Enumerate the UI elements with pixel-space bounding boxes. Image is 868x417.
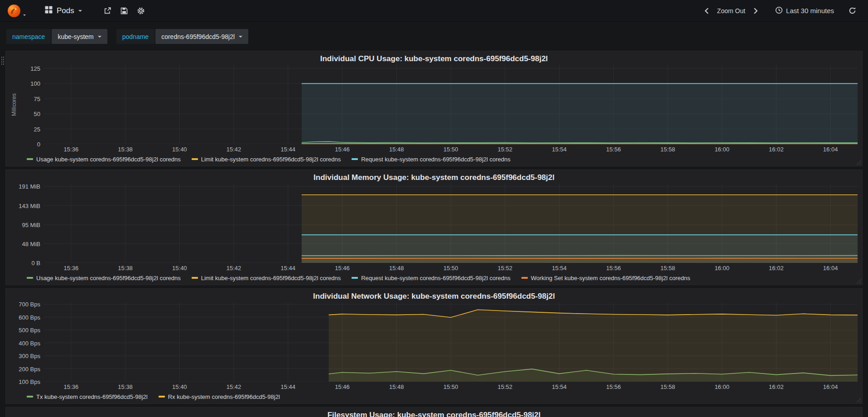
x-tick-label: 15:54 (552, 383, 567, 390)
legend: Usage kube-system coredns-695f96dcd5-98j… (10, 153, 858, 165)
variable-value-namespace[interactable]: kube-system (52, 29, 107, 44)
y-tick-label: 125 (30, 65, 40, 72)
x-tick-label: 15:58 (661, 265, 675, 272)
y-axis-ticks: 100 Bps200 Bps300 Bps400 Bps500 Bps600 B… (18, 302, 44, 382)
plot-area: 15:3615:3815:4015:4215:4415:4615:4815:50… (44, 302, 858, 391)
x-tick-label: 15:38 (118, 383, 133, 390)
panel-individual-cpu-usage: Individual CPU Usage: kube-system coredn… (5, 51, 863, 166)
time-range-label: Last 30 minutes (786, 7, 834, 15)
y-tick-label: 25 (34, 126, 40, 132)
variable-label-podname: podname (116, 29, 154, 44)
x-tick-label: 15:36 (64, 146, 79, 153)
legend-series-color-icon (352, 277, 358, 279)
legend-series-name: Request kube-system coredns-695f96dcd5-9… (361, 156, 511, 163)
y-tick-label: 200 Bps (19, 365, 40, 372)
x-axis-ticks: 15:3615:3815:4015:4215:4415:4615:4815:50… (44, 382, 858, 391)
chart-canvas[interactable] (44, 65, 858, 144)
legend-item[interactable]: Tx kube-system coredns-695f96dcd5-98j2l (27, 393, 148, 400)
x-tick-label: 15:58 (661, 146, 675, 153)
dashboard-picker-button[interactable]: Pods (41, 3, 86, 19)
x-tick-label: 15:56 (606, 383, 621, 390)
variable-selected-namespace: kube-system (58, 33, 93, 40)
row-drag-handle[interactable] (1, 56, 5, 65)
y-tick-label: 95 MiB (22, 222, 40, 228)
panel-title[interactable]: Individual CPU Usage: kube-system coredn… (10, 53, 858, 65)
panel-title[interactable]: Filesystem Usage: kube-system coredns-69… (10, 409, 858, 417)
share-icon (104, 7, 111, 15)
y-tick-label: 191 MiB (19, 183, 40, 190)
grafana-logo-button[interactable] (7, 4, 26, 18)
x-tick-label: 15:44 (281, 383, 296, 390)
legend-series-name: Request kube-system coredns-695f96dcd5-9… (361, 275, 511, 281)
time-range-button[interactable]: Last 30 minutes (772, 4, 838, 18)
legend: Usage kube-system coredns-695f96dcd5-98j… (10, 272, 858, 284)
y-tick-label: 700 Bps (19, 301, 40, 308)
y-axis-label (10, 184, 18, 263)
x-tick-label: 16:02 (769, 265, 784, 272)
y-tick-label: 75 (34, 95, 40, 102)
pan-right-button[interactable] (749, 5, 762, 17)
panel-title[interactable]: Individual Memory Usage: kube-system cor… (10, 172, 858, 184)
legend-item[interactable]: Limit kube-system coredns-695f96dcd5-98j… (192, 275, 341, 281)
x-tick-label: 15:48 (389, 146, 404, 153)
logo-caret-icon (23, 15, 26, 16)
panel-individual-network-usage: Individual Network Usage: kube-system co… (5, 288, 863, 404)
chart-canvas[interactable] (44, 184, 858, 263)
zoom-out-button[interactable]: Zoom Out (714, 5, 749, 17)
legend-item[interactable]: Request kube-system coredns-695f96dcd5-9… (352, 275, 511, 281)
x-tick-label: 15:46 (335, 265, 350, 272)
refresh-button[interactable] (844, 4, 861, 17)
template-variables-bar: namespace kube-system podname coredns-69… (0, 22, 868, 51)
x-tick-label: 15:54 (552, 146, 567, 153)
clock-icon (775, 6, 783, 15)
x-tick-label: 15:58 (661, 383, 675, 390)
legend-item[interactable]: Working Set kube-system coredns-695f96dc… (521, 275, 690, 281)
chevron-left-icon (704, 8, 709, 14)
legend-item[interactable]: Limit kube-system coredns-695f96dcd5-98j… (192, 156, 341, 163)
chart-area: 100 Bps200 Bps300 Bps400 Bps500 Bps600 B… (10, 302, 858, 391)
x-tick-label: 15:42 (227, 265, 241, 272)
x-tick-label: 15:36 (64, 265, 79, 272)
x-tick-label: 15:40 (172, 383, 187, 390)
template-var-podname: podname coredns-695f96dcd5-98j2l (116, 29, 248, 44)
chevron-right-icon (753, 8, 758, 14)
y-axis-label (10, 302, 18, 382)
panel-title[interactable]: Individual Network Usage: kube-system co… (10, 291, 858, 302)
legend: Tx kube-system coredns-695f96dcd5-98j2lR… (10, 391, 858, 402)
legend-series-color-icon (521, 277, 528, 279)
pan-left-button[interactable] (700, 5, 714, 17)
x-tick-label: 15:56 (606, 265, 621, 272)
x-tick-label: 15:50 (444, 383, 458, 390)
dashboard-grid-icon (45, 6, 53, 16)
share-button[interactable] (99, 4, 116, 17)
legend-series-color-icon (192, 158, 198, 160)
y-axis-ticks: 0 B48 MiB95 MiB143 MiB191 MiB (18, 184, 44, 263)
dashboard-caret-icon (78, 10, 82, 12)
legend-item[interactable]: Rx kube-system coredns-695f96dcd5-98j2l (159, 393, 280, 400)
y-tick-label: 50 (34, 111, 40, 117)
legend-item[interactable]: Request kube-system coredns-695f96dcd5-9… (352, 156, 511, 163)
y-axis-ticks: 0255075100125 (18, 65, 44, 144)
y-tick-label: 48 MiB (22, 240, 40, 247)
variable-value-podname[interactable]: coredns-695f96dcd5-98j2l (155, 29, 248, 44)
legend-series-color-icon (27, 277, 33, 279)
y-tick-label: 100 (30, 80, 40, 87)
legend-item[interactable]: Usage kube-system coredns-695f96dcd5-98j… (27, 275, 181, 281)
settings-button[interactable] (132, 4, 149, 18)
x-tick-label: 15:56 (606, 146, 621, 153)
x-tick-label: 15:48 (389, 265, 404, 272)
legend-series-color-icon (192, 277, 198, 279)
x-tick-label: 15:52 (497, 146, 512, 153)
y-tick-label: 300 Bps (19, 353, 40, 359)
legend-item[interactable]: Usage kube-system coredns-695f96dcd5-98j… (27, 156, 181, 163)
chart-canvas[interactable] (44, 302, 858, 382)
x-tick-label: 15:50 (444, 265, 458, 272)
legend-series-color-icon (27, 158, 33, 160)
x-tick-label: 15:50 (444, 146, 458, 153)
x-tick-label: 15:44 (281, 146, 296, 153)
template-var-namespace: namespace kube-system (6, 29, 107, 44)
save-button[interactable] (116, 5, 132, 17)
save-icon (121, 7, 128, 15)
plot-area: 15:3615:3815:4015:4215:4415:4615:4815:50… (44, 184, 858, 272)
x-tick-label: 16:00 (714, 265, 729, 272)
